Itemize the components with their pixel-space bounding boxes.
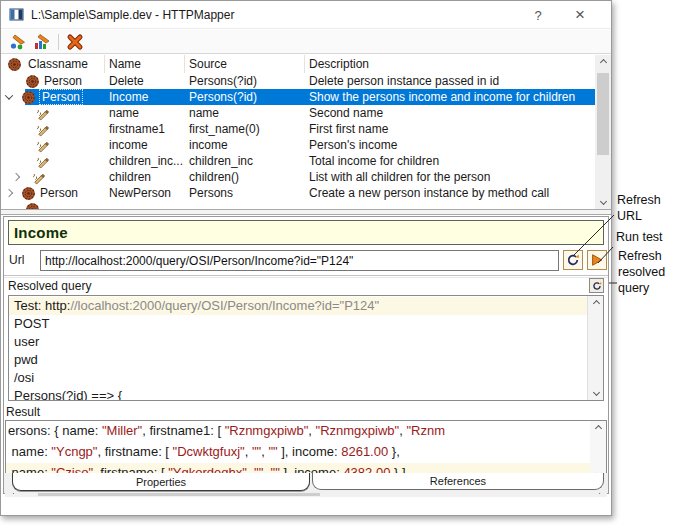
description-cell: Total income for children xyxy=(305,154,595,168)
table-row[interactable]: firstname1first_name(0)First first name xyxy=(1,121,595,137)
annotation-refresh-resolved-query: Refresh resolved query xyxy=(618,248,674,296)
mapping-table: Classname Name Source Description Person… xyxy=(1,55,595,209)
chevron-down-icon[interactable] xyxy=(1,89,17,105)
code-segment: }, xyxy=(388,444,400,459)
expander-spacer xyxy=(1,73,17,89)
resolved-query-content: Test: http://localhost:2000/query/OSI/Pe… xyxy=(9,297,587,401)
delete-x-icon[interactable] xyxy=(66,33,84,51)
resolved-query-box[interactable]: Test: http://localhost:2000/query/OSI/Pe… xyxy=(8,295,604,401)
code-segment: "" xyxy=(252,444,261,459)
selected-mapping-title: Income xyxy=(8,220,604,245)
attribute-hand-icon xyxy=(31,170,46,185)
scroll-up-arrow[interactable] xyxy=(590,421,606,436)
detail-panel: Income Url Resolved query Test: http://l… xyxy=(3,216,609,494)
title-bar[interactable]: L:\Sample\Sample.dev - HTTPMapper ? × xyxy=(1,1,611,29)
scroll-down-arrow[interactable] xyxy=(595,194,611,209)
code-segment: , xyxy=(308,423,315,438)
source-cell: Persons(?id) xyxy=(185,74,305,88)
classname-text: Person xyxy=(44,74,82,88)
class-icon xyxy=(21,186,36,201)
header-label: Classname xyxy=(28,57,88,71)
table-row[interactable]: PersonDeletePersons(?id)Delete person in… xyxy=(1,73,595,89)
header-description[interactable]: Description xyxy=(305,55,595,73)
groove-divider xyxy=(4,275,608,278)
scrollbar-thumb[interactable] xyxy=(597,73,609,155)
mapping-title-text: Income xyxy=(14,224,68,241)
scroll-up-arrow[interactable] xyxy=(588,296,604,311)
run-test-button[interactable] xyxy=(587,250,607,270)
expander-spacer xyxy=(1,121,35,137)
code-segment: "Rznmgxpiwb" xyxy=(316,423,400,438)
class-icon xyxy=(7,57,22,72)
code-segment: user xyxy=(14,334,39,349)
table-row[interactable]: childrenchildren()List with all children… xyxy=(1,169,595,185)
description-cell: Create a new person instance by method c… xyxy=(305,186,595,200)
chevron-right-icon[interactable] xyxy=(1,169,31,185)
classname-cell xyxy=(1,153,105,169)
scroll-up-arrow[interactable] xyxy=(595,55,611,70)
classname-cell xyxy=(1,169,105,185)
classname-cell xyxy=(1,201,105,209)
table-row[interactable]: children_inc...children_incTotal income … xyxy=(1,153,595,169)
name-cell: Delete xyxy=(105,74,185,88)
refresh-resolved-query-button[interactable] xyxy=(589,278,604,293)
result-vertical-scrollbar[interactable] xyxy=(590,421,606,481)
name-cell: NewPerson xyxy=(105,186,185,200)
url-label: Url xyxy=(9,253,24,267)
table-row[interactable] xyxy=(1,201,595,209)
scroll-down-arrow[interactable] xyxy=(588,385,604,400)
name-cell: firstname1 xyxy=(105,122,185,136)
code-segment: POST xyxy=(14,316,49,331)
code-segment: Test: http: xyxy=(14,298,70,313)
table-row[interactable]: namenameSecond name xyxy=(1,105,595,121)
header-label: Source xyxy=(189,57,227,71)
description-cell: Second name xyxy=(305,106,595,120)
source-cell: Persons(?id) xyxy=(185,90,305,104)
resolved-vertical-scrollbar[interactable] xyxy=(587,296,603,400)
table-header[interactable]: Classname Name Source Description xyxy=(1,55,595,73)
classname-cell: Person xyxy=(1,73,105,89)
name-cell: name xyxy=(105,106,185,120)
result-label: Result xyxy=(6,405,40,419)
classname-cell xyxy=(1,137,105,153)
toolbar xyxy=(1,30,611,54)
header-classname[interactable]: Classname xyxy=(1,55,105,73)
map-chart-icon[interactable] xyxy=(33,33,51,51)
class-icon xyxy=(21,90,36,105)
attribute-hand-icon xyxy=(35,122,50,137)
code-segment: "Ycngp" xyxy=(51,444,97,459)
splitter-handle[interactable] xyxy=(1,209,611,215)
code-segment: "Dcwktgfuxj" xyxy=(173,444,245,459)
chevron-right-icon[interactable] xyxy=(1,185,17,201)
resolved-query-label: Resolved query xyxy=(8,279,91,293)
table-vertical-scrollbar[interactable] xyxy=(595,55,611,209)
url-input[interactable] xyxy=(40,250,559,271)
help-button[interactable]: ? xyxy=(517,1,559,29)
expander-spacer xyxy=(1,153,35,169)
header-name[interactable]: Name xyxy=(105,55,185,73)
classname-cell xyxy=(1,105,105,121)
app-icon xyxy=(9,7,24,22)
close-button[interactable]: × xyxy=(559,1,601,29)
annotation-run-test: Run test xyxy=(616,229,674,245)
tab-properties[interactable]: Properties xyxy=(12,473,310,491)
source-cell: children_inc xyxy=(185,154,305,168)
table-row[interactable]: PersonNewPersonPersonsCreate a new perso… xyxy=(1,185,595,201)
refresh-icon xyxy=(592,281,602,291)
source-cell: income xyxy=(185,138,305,152)
code-segment: Persons(?id) ==> { xyxy=(14,388,122,401)
resolved-query-line: pwd xyxy=(9,351,587,369)
annotation-refresh-url: Refresh URL xyxy=(617,192,671,224)
table-row[interactable]: PersonIncomePersons(?id)Show the persons… xyxy=(1,89,595,105)
expander-spacer xyxy=(1,201,17,209)
code-segment: "" xyxy=(268,444,277,459)
tab-references[interactable]: References xyxy=(312,473,604,490)
map-person-icon[interactable] xyxy=(9,33,27,51)
expander-spacer xyxy=(1,137,35,153)
classname-cell: Person xyxy=(1,89,105,105)
refresh-url-button[interactable] xyxy=(563,250,583,270)
table-row[interactable]: incomeincomePerson's income xyxy=(1,137,595,153)
header-source[interactable]: Source xyxy=(185,55,305,73)
result-line: ersons: { name: "Miller", firstname1: [ … xyxy=(6,421,590,442)
name-cell: children_inc... xyxy=(105,154,185,168)
